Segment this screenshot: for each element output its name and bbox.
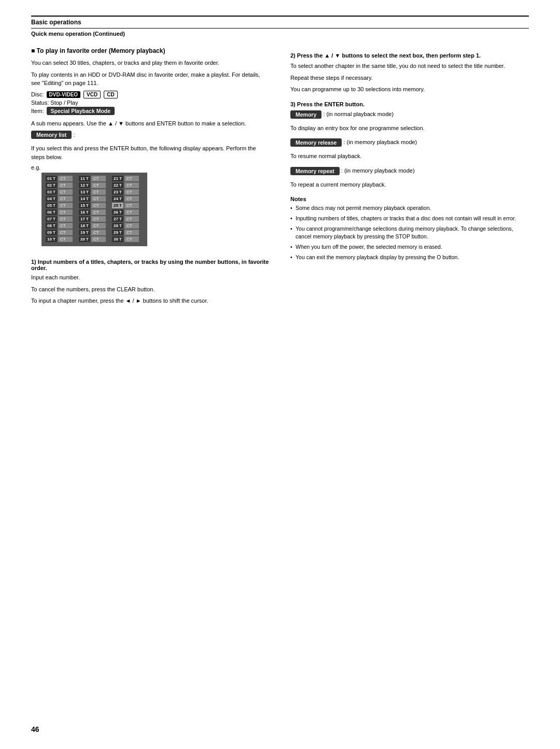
grid-cell-07: 07 TCT [46, 216, 77, 222]
grid-cell-01: 01 TCT [46, 176, 77, 181]
grid-row-1: 01 TCT 11 TCT 21 TCT [46, 176, 143, 181]
note-5: You can exit the memory playback display… [290, 253, 529, 262]
memory-mode-line: Memory : (in normal playback mode) [290, 110, 529, 119]
memory-release-desc: To resume normal playback. [290, 152, 529, 161]
note-4: When you turn off the power, the selecte… [290, 243, 529, 251]
grid-cell-19: 19 TCT [79, 230, 110, 235]
grid-cell-23: 23 TCT [112, 189, 143, 195]
grid-cell-04: 04 TCT [46, 196, 77, 202]
memory-repeat-desc: To repeat a current memory playback. [290, 180, 529, 189]
step2-para3: You can programme up to 30 selections in… [290, 85, 529, 94]
eg-label: e.g. [31, 164, 270, 171]
para1: You can select 30 titles, chapters, or t… [31, 59, 270, 67]
item-line: Item: Special Playback Mode [31, 107, 270, 115]
sub-para: A sub menu appears. Use the ▲ / ▼ button… [31, 119, 270, 128]
header-section: Basic operations [31, 16, 529, 29]
grid-row-5: 05 TCT 15 TCT 25 TCT [46, 203, 143, 208]
memory-mode-text: : (in normal playback mode) [323, 110, 394, 117]
disc-badges: DVD-VIDEO VCD CD [46, 91, 119, 98]
grid-cell-24: 24 TCT [112, 196, 143, 202]
step1-sub: Input each number. [31, 273, 270, 282]
grid-cell-05: 05 TCT [46, 203, 77, 208]
memory-list-badge: Memory list [31, 131, 72, 139]
grid-cell-30: 30 TCT [112, 236, 143, 242]
grid-row-6: 06 TCT 16 TCT 26 TCT [46, 209, 143, 215]
vcd-badge: VCD [83, 91, 101, 98]
memory-desc: To display an entry box for one programm… [290, 124, 529, 133]
grid-row-10: 10 TCT 20 TCT 30 TCT [46, 236, 143, 242]
grid-cell-25: 25 TCT [112, 203, 143, 208]
dvd-video-badge: DVD-VIDEO [47, 91, 81, 98]
page-number: 46 [31, 725, 39, 733]
notes-heading: Notes [290, 196, 529, 202]
grid-row-8: 08 TCT 18 TCT 28 TCT [46, 223, 143, 229]
grid-cell-26: 26 TCT [112, 209, 143, 215]
step2-para1: To select another chapter in the same ti… [290, 62, 529, 70]
memory-repeat-mode-text: : (in memory playback mode) [341, 167, 415, 173]
page-link: page 111. [73, 80, 99, 86]
grid-cell-16: 16 TCT [79, 209, 110, 215]
memory-badge: Memory [290, 110, 321, 119]
grid-cell-28: 28 TCT [112, 223, 143, 229]
notes-section: Notes Some discs may not permit memory p… [290, 196, 529, 262]
memory-release-mode-line: Memory release : (in memory playback mod… [290, 138, 529, 147]
note-3: You cannot programme/change selections d… [290, 225, 529, 242]
step1-heading: 1) Input numbers of a titles, chapters, … [31, 259, 270, 271]
memory-list-line: Memory list : [31, 131, 270, 141]
grid-cell-27: 27 TCT [112, 216, 143, 222]
step3-heading: 3) Press the ENTER button. [290, 101, 529, 107]
grid-cell-14: 14 TCT [79, 196, 110, 202]
disc-line: Disc: DVD-VIDEO VCD CD [31, 91, 270, 98]
step2-para2: Repeat these steps if necessary. [290, 74, 529, 82]
step1-para1: To cancel the numbers, press the CLEAR b… [31, 285, 270, 294]
grid-cell-03: 03 TCT [46, 189, 77, 195]
grid-row-4: 04 TCT 14 TCT 24 TCT [46, 196, 143, 202]
para2: To play contents in an HDD or DVD-RAM di… [31, 70, 270, 88]
grid-cell-22: 22 TCT [112, 182, 143, 188]
special-playback-mode-badge: Special Playback Mode [47, 107, 115, 115]
grid-row-9: 09 TCT 19 TCT 29 TCT [46, 230, 143, 235]
grid-cell-20: 20 TCT [79, 236, 110, 242]
grid-cell-10: 10 TCT [46, 236, 77, 242]
right-column: 2) Press the ▲ / ▼ buttons to select the… [290, 47, 529, 308]
memory-release-badge: Memory release [290, 138, 342, 147]
memory-release-mode-text: : (in memory playback mode) [343, 139, 417, 145]
grid-cell-09: 09 TCT [46, 230, 77, 235]
grid-cell-21: 21 TCT [112, 176, 143, 181]
grid-cell-15: 15 TCT [79, 203, 110, 208]
grid-cell-02: 02 TCT [46, 182, 77, 188]
grid-cell-08: 08 TCT [46, 223, 77, 229]
note-2: Inputting numbers of titles, chapters or… [290, 215, 529, 223]
grid-cell-29: 29 TCT [112, 230, 143, 235]
subheader: Quick menu operation (Continued) [31, 31, 529, 37]
step1-para2: To input a chapter number, press the ◄ /… [31, 296, 270, 305]
memory-grid: 01 TCT 11 TCT 21 TCT 02 TCT 12 TCT 22 TC… [41, 173, 147, 246]
grid-cell-11: 11 TCT [79, 176, 110, 181]
status-line: Status: Stop / Play [31, 100, 270, 106]
two-col-layout: To play in favorite order (Memory playba… [31, 47, 529, 308]
memory-list-desc: If you select this and press the ENTER b… [31, 144, 270, 161]
memory-repeat-badge: Memory repeat [290, 167, 340, 175]
grid-cell-17: 17 TCT [79, 216, 110, 222]
header-title: Basic operations [31, 19, 81, 26]
grid-cell-18: 18 TCT [79, 223, 110, 229]
grid-row-7: 07 TCT 17 TCT 27 TCT [46, 216, 143, 222]
grid-row-3: 03 TCT 13 TCT 23 TCT [46, 189, 143, 195]
memory-repeat-mode-line: Memory repeat : (in memory playback mode… [290, 167, 529, 175]
grid-cell-12: 12 TCT [79, 182, 110, 188]
cd-badge: CD [104, 91, 117, 98]
grid-cell-06: 06 TCT [46, 209, 77, 215]
grid-row-2: 02 TCT 12 TCT 22 TCT [46, 182, 143, 188]
page: Basic operations Quick menu operation (C… [0, 0, 560, 749]
left-column: To play in favorite order (Memory playba… [31, 47, 270, 308]
section-heading: To play in favorite order (Memory playba… [31, 47, 270, 54]
step2-heading: 2) Press the ▲ / ▼ buttons to select the… [290, 52, 529, 59]
grid-cell-13: 13 TCT [79, 189, 110, 195]
note-1: Some discs may not permit memory playbac… [290, 204, 529, 213]
